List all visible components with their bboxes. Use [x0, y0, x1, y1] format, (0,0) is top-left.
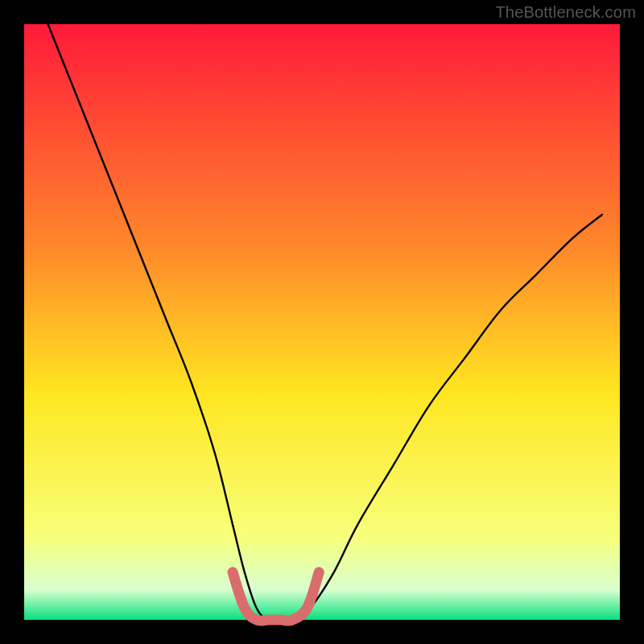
bottleneck-chart: [0, 0, 644, 644]
watermark-text: TheBottleneck.com: [495, 3, 636, 22]
plot-background-gradient: [24, 24, 620, 620]
chart-frame: { "watermark": "TheBottleneck.com", "col…: [0, 0, 644, 644]
